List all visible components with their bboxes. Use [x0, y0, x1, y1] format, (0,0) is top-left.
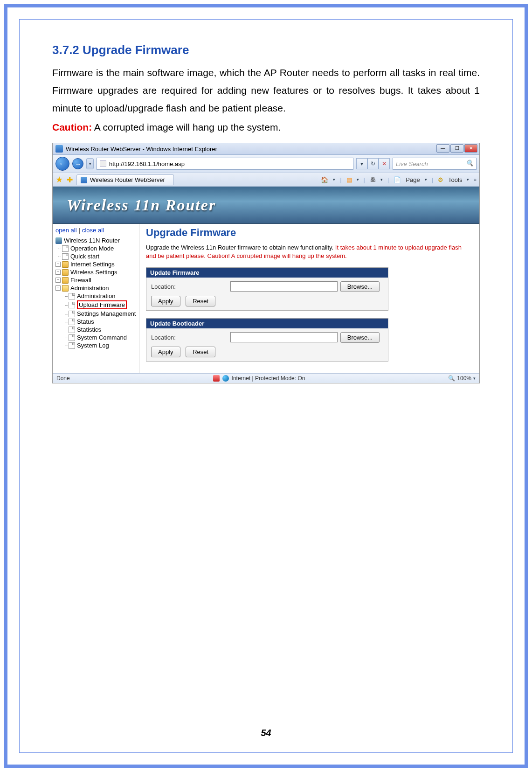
forward-button[interactable]: →	[72, 158, 83, 169]
window-title: Wireless Router WebServer - Windows Inte…	[66, 146, 217, 153]
page-description: Upgrade the Wireless 11n Router firmware…	[146, 243, 473, 260]
back-button[interactable]: ←	[55, 157, 69, 171]
browser-toolbar: 🏠▾ | ▤▾ | 🖶▾ | 📄 Page▾ | ⚙ Tools▾ »	[321, 176, 477, 183]
apply-button[interactable]: Apply	[151, 296, 180, 306]
expand-icon[interactable]: +	[55, 270, 61, 275]
page-icon	[69, 334, 75, 341]
page-icon	[69, 319, 75, 325]
page-icon	[69, 302, 75, 308]
section-paragraph: Firmware is the main software image, whi…	[52, 64, 480, 117]
tree-item-internet-settings[interactable]: +Internet Settings	[54, 260, 138, 268]
router-banner: Wireless 11n Router	[53, 187, 479, 224]
reset-button[interactable]: Reset	[186, 347, 215, 357]
page-icon	[62, 245, 69, 252]
address-url: http://192.168.1.1/home.asp	[109, 160, 185, 167]
rss-icon[interactable]: ▤	[346, 176, 352, 183]
window-minimize-button[interactable]: —	[436, 144, 449, 153]
window-close-button[interactable]: ✕	[464, 144, 477, 153]
zoom-level[interactable]: 100%	[457, 375, 471, 382]
folder-icon	[62, 261, 69, 268]
caution-text: A corrupted image will hang up the syste…	[92, 122, 281, 132]
page-menu-icon[interactable]: 📄	[394, 176, 401, 183]
tree-item-operation-mode[interactable]: Operation Mode	[54, 244, 138, 252]
tree-item-firewall[interactable]: +Firewall	[54, 276, 138, 284]
print-icon[interactable]: 🖶	[370, 176, 376, 183]
active-page-highlight: Upload Firmware	[77, 300, 127, 309]
window-maximize-button[interactable]: ❐	[450, 144, 463, 153]
page-title: Upgrade Firmware	[146, 227, 473, 239]
status-mode: Internet | Protected Mode: On	[232, 375, 305, 382]
tree-item-status[interactable]: Status	[54, 318, 138, 326]
zoom-dropdown-icon[interactable]: ▾	[473, 376, 476, 381]
add-favorite-icon[interactable]: ✚	[67, 175, 73, 184]
collapse-icon[interactable]: −	[55, 285, 61, 291]
url-dropdown[interactable]: ▾	[356, 158, 367, 169]
location-label: Location:	[151, 283, 230, 290]
sidebar-nav: open all|close all Wireless 11N Router O…	[53, 224, 139, 373]
page-favicon-icon	[100, 160, 106, 167]
update-bootloader-panel: Update Bootloader Location: Browse... Ap…	[146, 318, 388, 362]
browse-button[interactable]: Browse...	[340, 332, 380, 343]
search-icon[interactable]: 🔍	[466, 160, 474, 168]
tools-menu-icon[interactable]: ⚙	[438, 176, 443, 183]
tree-item-wireless-settings[interactable]: +Wireless Settings	[54, 268, 138, 276]
bootloader-file-input[interactable]	[230, 332, 338, 342]
caution-line: Caution: A corrupted image will hang up …	[52, 118, 480, 136]
tree-item-system-log[interactable]: System Log	[54, 341, 138, 349]
location-label: Location:	[151, 334, 230, 341]
screenshot-window: Wireless Router WebServer - Windows Inte…	[52, 143, 480, 383]
tree-item-admin-sub[interactable]: Administration	[54, 292, 138, 300]
tree-item-upload-firmware[interactable]: Upload Firmware	[54, 300, 138, 310]
tree-item-administration[interactable]: −Administration	[54, 284, 138, 292]
panel-header: Update Firmware	[146, 268, 388, 278]
address-bar[interactable]: http://192.168.1.1/home.asp	[97, 158, 353, 170]
close-all-link[interactable]: close all	[82, 227, 104, 234]
nav-history-dropdown[interactable]: ▾	[86, 158, 94, 169]
firmware-file-input[interactable]	[230, 281, 338, 292]
window-titlebar: Wireless Router WebServer - Windows Inte…	[53, 143, 479, 155]
tree-root[interactable]: Wireless 11N Router	[54, 236, 138, 244]
router-icon	[55, 237, 62, 244]
panel-header: Update Bootloader	[146, 319, 388, 328]
browser-tab[interactable]: Wireless Router WebServer	[76, 174, 174, 185]
main-content: Upgrade Firmware Upgrade the Wireless 11…	[139, 224, 479, 373]
search-placeholder: Live Search	[396, 160, 428, 167]
apply-button[interactable]: Apply	[151, 347, 180, 357]
page-icon	[69, 311, 75, 317]
update-firmware-panel: Update Firmware Location: Browse... Appl…	[146, 267, 388, 311]
tab-title: Wireless Router WebServer	[90, 176, 165, 183]
status-left: Done	[56, 375, 70, 382]
open-all-link[interactable]: open all	[55, 227, 77, 234]
reset-button[interactable]: Reset	[186, 296, 215, 306]
browser-status-bar: Done Internet | Protected Mode: On 🔍 100…	[53, 373, 479, 383]
tree-item-system-command[interactable]: System Command	[54, 334, 138, 341]
refresh-button[interactable]: ↻	[367, 158, 379, 169]
folder-icon	[62, 269, 69, 276]
folder-open-icon	[62, 285, 69, 292]
page-icon	[69, 293, 75, 299]
expand-icon[interactable]: +	[55, 278, 61, 283]
stop-button[interactable]: ✕	[379, 158, 390, 169]
search-box[interactable]: Live Search 🔍	[393, 158, 477, 170]
page-icon	[69, 327, 75, 333]
page-number: 54	[52, 709, 480, 738]
favorites-star-icon[interactable]: ★	[55, 174, 63, 185]
ie-favicon-icon	[55, 145, 63, 153]
section-heading: 3.7.2 Upgrade Firmware	[52, 43, 480, 57]
page-icon	[62, 253, 69, 260]
browse-button[interactable]: Browse...	[340, 281, 380, 292]
zoom-icon[interactable]: 🔍	[448, 375, 455, 382]
tools-menu-label[interactable]: Tools	[448, 176, 462, 183]
tree-item-quick-start[interactable]: Quick start	[54, 252, 138, 260]
home-icon[interactable]: 🏠	[321, 176, 328, 183]
tree-item-statistics[interactable]: Statistics	[54, 326, 138, 334]
expand-icon[interactable]: +	[55, 262, 61, 267]
folder-icon	[62, 277, 69, 284]
caution-label: Caution:	[52, 122, 92, 132]
page-menu-label[interactable]: Page	[406, 176, 420, 183]
browser-nav-bar: ← → ▾ http://192.168.1.1/home.asp ▾ ↻ ✕ …	[53, 155, 479, 173]
tab-favicon-icon	[81, 177, 87, 183]
browser-tab-bar: ★ ✚ Wireless Router WebServer 🏠▾ | ▤▾ | …	[53, 173, 479, 187]
page-icon	[69, 342, 75, 349]
tree-item-settings-mgmt[interactable]: Settings Management	[54, 310, 138, 318]
